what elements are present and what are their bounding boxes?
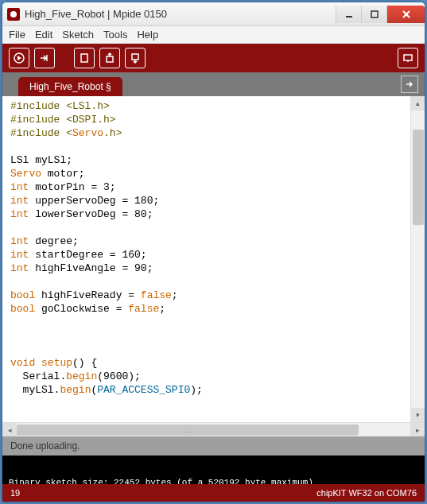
maximize-button[interactable] xyxy=(361,6,386,23)
menu-edit[interactable]: Edit xyxy=(35,29,52,41)
status-bar: Done uploading. xyxy=(2,436,425,456)
svg-point-0 xyxy=(10,11,17,17)
editor-area: #include <LSl.h>#include <DSPI.h>#includ… xyxy=(2,96,425,422)
upload-button[interactable] xyxy=(34,48,55,68)
menu-sketch[interactable]: Sketch xyxy=(62,29,94,41)
svg-rect-2 xyxy=(371,11,378,17)
save-button[interactable] xyxy=(125,48,146,68)
new-button[interactable] xyxy=(74,48,95,68)
menu-tools[interactable]: Tools xyxy=(103,29,127,41)
horizontal-scrollbar[interactable]: ◂ ∙∙∙ ▸ xyxy=(2,422,425,436)
footer: 19 chipKIT WF32 on COM76 xyxy=(2,484,425,502)
scroll-right-icon[interactable]: ▸ xyxy=(410,423,425,437)
vertical-scrollbar[interactable]: ▴ ▾ xyxy=(410,96,425,422)
svg-point-11 xyxy=(407,60,409,62)
status-text: Done uploading. xyxy=(10,440,80,452)
console-line: Binary sketch size: 22452 bytes (of a 52… xyxy=(9,478,418,484)
menu-file[interactable]: File xyxy=(9,29,25,41)
titlebar[interactable]: High_Five_Robot | Mpide 0150 xyxy=(2,2,425,26)
line-number: 19 xyxy=(10,488,20,498)
svg-marker-6 xyxy=(17,56,21,60)
scroll-up-icon[interactable]: ▴ xyxy=(411,96,425,110)
tabbar: High_Five_Robot § xyxy=(2,72,425,96)
app-icon xyxy=(7,8,20,21)
svg-rect-8 xyxy=(107,56,113,62)
board-info: chipKIT WF32 on COM76 xyxy=(316,488,417,498)
hscroll-thumb[interactable]: ∙∙∙ xyxy=(17,425,359,436)
code-editor[interactable]: #include <LSl.h>#include <DSPI.h>#includ… xyxy=(2,96,410,422)
verify-button[interactable] xyxy=(9,48,29,68)
toolbar xyxy=(2,44,425,72)
close-button[interactable] xyxy=(386,6,425,23)
tab-menu-button[interactable] xyxy=(401,76,418,93)
window-title: High_Five_Robot | Mpide 0150 xyxy=(25,8,336,20)
app-window: High_Five_Robot | Mpide 0150 File Edit S… xyxy=(2,2,425,502)
open-button[interactable] xyxy=(99,48,120,68)
menubar: File Edit Sketch Tools Help xyxy=(2,26,425,44)
window-controls xyxy=(336,6,425,23)
minimize-button[interactable] xyxy=(336,6,361,23)
svg-rect-9 xyxy=(132,54,138,60)
console[interactable]: Binary sketch size: 22452 bytes (of a 52… xyxy=(2,456,425,484)
svg-rect-7 xyxy=(81,54,87,62)
vscroll-thumb[interactable] xyxy=(413,130,424,225)
tab-sketch[interactable]: High_Five_Robot § xyxy=(18,77,122,96)
svg-rect-10 xyxy=(404,55,412,60)
serial-monitor-button[interactable] xyxy=(398,48,418,68)
scroll-down-icon[interactable]: ▾ xyxy=(411,408,425,422)
menu-help[interactable]: Help xyxy=(137,29,158,41)
scroll-left-icon[interactable]: ◂ xyxy=(2,423,17,437)
